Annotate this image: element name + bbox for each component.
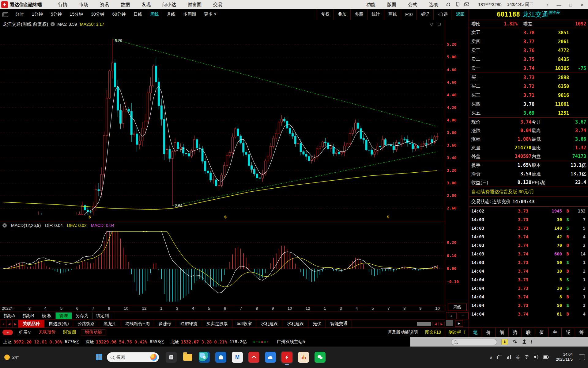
period-button[interactable]: 更多 > [200, 12, 220, 17]
tool-button[interactable]: 统计 [367, 9, 384, 20]
stock-name[interactable]: 龙江交通 [522, 10, 548, 19]
start-button[interactable] [95, 353, 103, 362]
mini-tab[interactable]: 主 [548, 328, 561, 337]
cloud-app-icon[interactable] [265, 352, 276, 363]
menu-item[interactable]: 交易 [207, 2, 228, 8]
mail-app-icon[interactable]: M [232, 352, 243, 363]
menu-item[interactable]: 公式 [402, 2, 423, 8]
period-button[interactable]: 月线 [163, 12, 179, 17]
tick-list[interactable]: 14:023.731945B13214:033.7330S714:033.731… [469, 207, 588, 318]
weather-widget[interactable]: 24° [4, 355, 19, 360]
period-button[interactable]: 分时 [11, 12, 28, 17]
sector-tab[interactable]: 光伏 [308, 320, 326, 328]
wifi-icon[interactable] [524, 355, 530, 360]
app-logo-icon[interactable] [1, 1, 8, 8]
status-search-input[interactable] [451, 339, 497, 345]
menu-item[interactable]: 发现 [136, 2, 156, 8]
collapse-icon[interactable] [51, 22, 55, 26]
sector-tab[interactable]: boll收窄 [232, 320, 257, 328]
indicator-tab[interactable]: 模 板 [38, 312, 56, 319]
menu-item[interactable]: 资讯 [94, 2, 115, 8]
index-quote[interactable]: 上证3972.2012.010.30%6776亿 [3, 339, 82, 345]
mini-tab[interactable]: 细 [495, 328, 508, 337]
tray-cast-icon[interactable] [497, 355, 502, 360]
tray-chevron-icon[interactable]: ∧ [490, 355, 493, 360]
tool-button[interactable]: F10 [401, 9, 417, 20]
tool-button[interactable]: 画线 [384, 9, 401, 20]
satellite-icon[interactable] [512, 339, 518, 345]
store-app-icon[interactable] [215, 352, 226, 363]
menu-item[interactable]: 选项 [423, 2, 444, 8]
window-box-icon[interactable]: □ [438, 21, 440, 26]
period-button[interactable]: 多周期 [179, 12, 200, 17]
mini-tab[interactable]: 势 [508, 328, 522, 337]
tdx-mini-logo-icon[interactable]: ≡ [2, 330, 13, 335]
period-button[interactable]: 周线 [146, 12, 163, 17]
speed-up-icon[interactable] [522, 339, 526, 345]
sector-tab[interactable]: 自选股(含) [44, 320, 73, 328]
sector-tab[interactable]: 黑龙江 [99, 320, 121, 328]
macd-collapse-icon[interactable] [2, 223, 7, 228]
mini-tab[interactable]: 值 [535, 328, 548, 337]
period-box[interactable]: 周线 [448, 304, 467, 311]
tool-button[interactable]: 标记 [417, 9, 433, 20]
diamond-icon[interactable]: ◇ [430, 21, 433, 26]
menu-item[interactable]: 版面 [381, 2, 402, 8]
tab-scroll-right-icon[interactable]: ▶ [439, 322, 445, 326]
zoom-out-button[interactable]: − [458, 312, 469, 319]
maximize-button[interactable]: □ [565, 2, 576, 7]
indicator-tab[interactable]: 绑定到 [92, 312, 113, 319]
sector-tab[interactable]: 均线粘合--周 [121, 320, 154, 328]
scrollbar-thumb[interactable] [446, 320, 453, 326]
taskbar-clock[interactable]: 14:04 2025/11/5 [556, 352, 573, 362]
function-button[interactable]: 财富圈 [59, 329, 80, 335]
input-language[interactable]: 英 [516, 355, 520, 360]
period-button[interactable]: 5分钟 [47, 12, 66, 17]
edge-browser-icon[interactable]: e [199, 352, 210, 363]
menu-item[interactable]: 功能 [360, 2, 381, 8]
mini-tab[interactable]: 价 [482, 328, 495, 337]
period-button[interactable]: 15分钟 [66, 12, 87, 17]
menu-item[interactable]: 市场 [73, 2, 94, 8]
wechat-app-icon[interactable] [315, 352, 326, 363]
huawei-app-icon[interactable] [248, 352, 259, 363]
sector-tab[interactable]: 智能交通 [326, 320, 352, 328]
account-phone[interactable]: 181****3280 [478, 2, 501, 7]
stock-app-icon[interactable] [298, 352, 309, 363]
expand-button[interactable]: 扩展∨ [15, 330, 35, 335]
tray-chart-icon[interactable] [507, 355, 511, 360]
screen-toggle-icon[interactable] [2, 12, 8, 17]
function-button[interactable]: 增值功能 [81, 329, 106, 335]
period-button[interactable]: 30分钟 [87, 12, 108, 17]
mini-tab[interactable]: 联 [522, 328, 535, 337]
notification-icon[interactable] [579, 354, 585, 360]
indicator-tab[interactable]: 管理 [56, 312, 72, 319]
period-button[interactable]: 60分钟 [108, 12, 130, 17]
tab-left-icon[interactable]: ◀ [6, 320, 12, 328]
indicator-tab[interactable]: 另存为 [72, 312, 92, 319]
menu-item[interactable]: 问小达 [156, 2, 182, 8]
tool-button[interactable]: 复权 [317, 9, 334, 20]
mini-tab[interactable]: 逆 [561, 328, 575, 337]
back-button[interactable]: ‹ [541, 2, 553, 7]
macd-chart[interactable] [0, 229, 445, 304]
sector-tab[interactable]: 水利建设 [282, 320, 308, 328]
menu-item[interactable]: 行情 [52, 2, 73, 8]
stock-code[interactable]: 601188 [497, 11, 520, 18]
alert-icon[interactable]: ! [531, 339, 532, 344]
sector-tab[interactable]: 公路铁路 [73, 320, 99, 328]
mail-icon[interactable] [462, 2, 471, 7]
battery-icon[interactable] [543, 355, 549, 360]
sector-tab[interactable]: 多涨停 [154, 320, 176, 328]
scroll-right-button[interactable]: ▶ [455, 320, 463, 327]
file-explorer-icon[interactable] [182, 352, 193, 363]
period-button[interactable]: 日线 [130, 12, 146, 17]
headset-icon[interactable] [444, 2, 453, 7]
volume-icon[interactable] [534, 355, 539, 360]
upgrade-icon[interactable]: ⇞ [501, 339, 508, 345]
menu-item[interactable]: 数据 [115, 2, 136, 8]
mini-tab[interactable]: 笔 [469, 328, 482, 337]
index-quote[interactable]: 深证13229.9854.760.42%8553亿 [85, 339, 167, 345]
tab-scroll-left-icon[interactable]: ◀ [432, 322, 439, 326]
renewal-notice[interactable]: 自动续费通达信普及版 30元/月 [469, 187, 588, 197]
